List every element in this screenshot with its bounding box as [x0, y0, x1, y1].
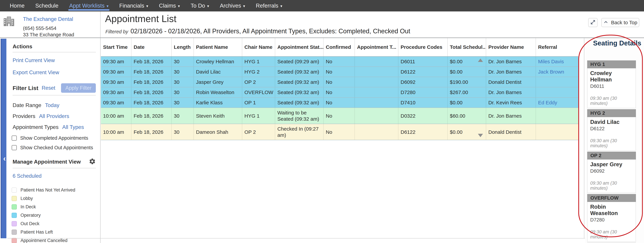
providers-value-link[interactable]: All Providers [39, 113, 69, 119]
procedure-code: D6122 [590, 126, 633, 131]
column-header-date[interactable]: Date [132, 38, 172, 56]
date-range-value-link[interactable]: Today [45, 102, 59, 108]
appointment-time: 09:30 am (30 minutes) [590, 229, 633, 239]
referral-link[interactable]: Jack Brown [538, 69, 564, 75]
cell-appt-type [355, 98, 398, 108]
column-header-appointment-t[interactable]: Appointment T... [355, 38, 398, 56]
referral-link[interactable]: Miles Davis [538, 58, 564, 65]
column-header-chair-name[interactable]: Chair Name [242, 38, 275, 56]
scroll-down-arrow-icon[interactable] [478, 134, 483, 137]
cell-length: 30 [172, 124, 194, 140]
seating-card[interactable]: OP 2Jasper GreyD609209:30 am (30 minutes… [587, 152, 636, 193]
chevron-down-icon: ▾ [280, 4, 282, 9]
filter-summary-text: 02/18/2026 - 02/18/2026, All Providers, … [130, 28, 410, 35]
table-row[interactable]: 10:00 amFeb 18, 202630Dameon ShahOP 2Che… [101, 124, 578, 140]
cell-date: Feb 18, 2026 [132, 87, 172, 97]
column-header-start-time[interactable]: Start Time [101, 38, 132, 56]
column-header-referral[interactable]: Referral [536, 38, 578, 56]
nav-item-archives[interactable]: Archives▾ [214, 0, 250, 12]
seating-card[interactable]: OVERFLOWRobin WeaseltonD728009:30 am (30… [587, 194, 636, 242]
column-header-procedure-codes[interactable]: Procedure Codes [398, 38, 448, 56]
practice-info-block: The Exchange Dental (654) 555-5454 33 Th… [0, 12, 100, 38]
table-row[interactable]: 09:30 amFeb 18, 202630Karlie KlassOP 1Se… [101, 98, 578, 108]
appointment-types-label: Appointment Types [12, 124, 58, 130]
nav-item-financials[interactable]: Financials▾ [114, 0, 154, 12]
cell-length: 30 [172, 108, 194, 124]
table-row[interactable]: 09:30 amFeb 18, 202630Robin WeaseltonOVE… [101, 87, 578, 98]
seating-card[interactable]: HYG 1Crowley HellmanD601109:30 am (30 mi… [587, 60, 636, 108]
nav-item-label: Appt Worklists [69, 3, 104, 9]
practice-name-link[interactable]: The Exchange Dental [23, 16, 73, 22]
scroll-up-arrow-icon[interactable] [478, 59, 483, 62]
nav-item-referrals[interactable]: Referrals▾ [250, 0, 288, 12]
cell-chair: HYG 1 [242, 108, 275, 124]
chair-name-header: OP 2 [587, 152, 636, 159]
table-header-row: Start TimeDateLengthPatient NameChair Na… [101, 38, 578, 57]
cell-start-time: 09:30 am [101, 77, 132, 87]
cell-status: Waiting to be Seated (09:32 am) [275, 108, 324, 124]
legend-swatch [12, 187, 17, 193]
legend-swatch [12, 229, 17, 235]
column-header-provider-name[interactable]: Provider Name [486, 38, 536, 56]
cell-patient: Robin Weaselton [194, 87, 242, 97]
back-to-top-button[interactable]: Back to Top [601, 18, 639, 27]
cell-date: Feb 18, 2026 [132, 77, 172, 87]
gear-icon[interactable] [89, 158, 96, 166]
cell-codes: D6011 [398, 57, 448, 67]
sidebar-collapse-strip[interactable]: ‹ [1, 39, 6, 238]
filter-list-title: Filter List [12, 85, 42, 91]
cell-appt-type [355, 57, 398, 67]
collapse-sidebar-icon[interactable]: ‹ [3, 154, 6, 162]
table-row[interactable]: 09:30 amFeb 18, 202630Crowley HellmanHYG… [101, 57, 578, 67]
referral-link[interactable]: Ed Eddy [538, 99, 557, 106]
cell-status: Seated (09:32 am) [275, 98, 324, 108]
export-current-view-link[interactable]: Export Current View [12, 70, 96, 76]
procedure-code: D6092 [590, 168, 633, 174]
table-row[interactable]: 09:30 amFeb 18, 202630Jasper GreyOP 2Sea… [101, 77, 578, 87]
table-row[interactable]: 09:30 amFeb 18, 202630David LilacHYG 2Se… [101, 67, 578, 77]
column-header-patient-name[interactable]: Patient Name [194, 38, 242, 56]
nav-item-home[interactable]: Home [4, 0, 30, 12]
column-header-total-schedul[interactable]: Total Schedul... [448, 38, 486, 56]
cell-length: 30 [172, 87, 194, 97]
cell-total: $0.00 [448, 98, 486, 108]
seating-card-body[interactable]: Crowley HellmanD601109:30 am (30 minutes… [587, 68, 636, 108]
seating-card-body[interactable]: Robin WeaseltonD728009:30 am (30 minutes… [587, 202, 636, 242]
active-tab-underline [68, 9, 110, 11]
cell-chair: OP 2 [242, 124, 275, 140]
appointment-time: 09:30 am (30 minutes) [590, 181, 633, 191]
nav-item-appt-worklists[interactable]: Appt Worklists▾ [64, 0, 114, 12]
table-row[interactable]: 10:00 amFeb 18, 202630Steven KeithHYG 1W… [101, 108, 578, 124]
cell-appt-type [355, 108, 398, 124]
legend-label: Patient Has Left [20, 229, 53, 235]
seating-card[interactable]: HYG 2David LilacD612209:30 am (30 minute… [587, 109, 636, 151]
date-range-label: Date Range [12, 102, 41, 108]
seating-card-body[interactable]: David LilacD612209:30 am (30 minutes) [587, 117, 636, 151]
filter-summary-line: Filtered by 02/18/2026 - 02/18/2026, All… [106, 28, 410, 35]
cell-chair: OP 2 [242, 77, 275, 87]
scheduled-count-link[interactable]: 6 Scheduled [12, 173, 96, 179]
nav-item-schedule[interactable]: Schedule [30, 0, 64, 12]
reset-filter-link[interactable]: Reset [42, 85, 55, 91]
divider [584, 38, 584, 238]
cell-confirmed: No [324, 98, 355, 108]
nav-item-to-do[interactable]: To Do▾ [185, 0, 214, 12]
column-header-appointment-stat[interactable]: Appointment Stat... [275, 38, 324, 56]
chevron-up-icon [603, 20, 608, 26]
show-completed-appointments-checkbox[interactable] [12, 135, 17, 141]
cell-referral: Jack Brown [536, 67, 578, 77]
show-checked-out-appointments-checkbox[interactable] [12, 145, 17, 150]
chair-name-header: OVERFLOW [587, 194, 636, 202]
seating-card-body[interactable]: Jasper GreyD609209:30 am (30 minutes) [587, 159, 636, 193]
seating-details-panel: Seating Details HYG 1Crowley HellmanD601… [585, 38, 644, 243]
cell-start-time: 10:00 am [101, 108, 132, 124]
print-current-view-link[interactable]: Print Current View [12, 57, 96, 64]
column-header-length[interactable]: Length [172, 38, 194, 56]
expand-view-button[interactable] [588, 18, 598, 27]
nav-item-claims[interactable]: Claims▾ [154, 0, 185, 12]
cell-start-time: 09:30 am [101, 87, 132, 97]
column-header-confirmed[interactable]: Confirmed [324, 38, 355, 56]
apply-filter-button[interactable]: Apply Filter [61, 83, 96, 93]
cell-codes: D6092 [398, 77, 448, 87]
appointment-types-value-link[interactable]: All Types [62, 124, 84, 130]
